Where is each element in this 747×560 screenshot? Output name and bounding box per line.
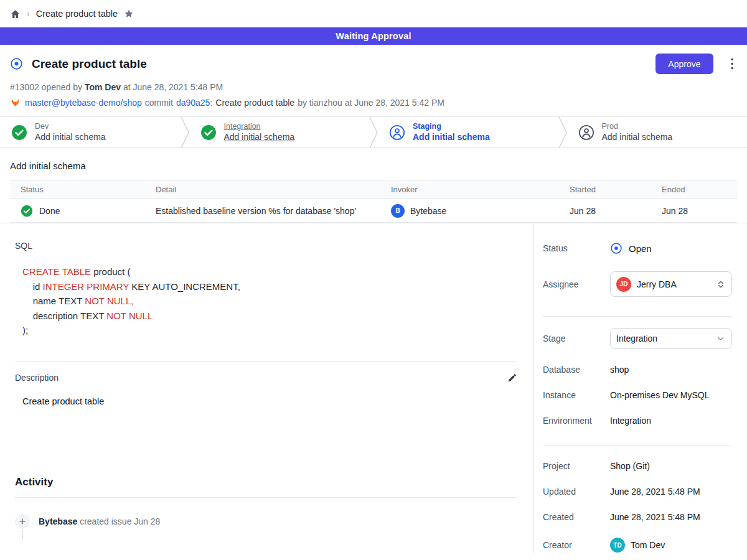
pipeline-stage-bar: DevAdd initial schema IntegrationAdd ini… [0, 116, 747, 148]
task-ended: Jun 28 [662, 206, 737, 216]
issue-header: Create product table Approve #13002 open… [0, 45, 747, 116]
assignee-value: Jerry DBA [637, 279, 711, 289]
stage-task-label: Add initial schema [602, 132, 673, 143]
stage-staging-active[interactable]: StagingAdd initial schema [378, 117, 558, 147]
divider [15, 362, 517, 362]
stage-value: Integration [616, 334, 710, 343]
column-header-invoker: Invoker [391, 185, 570, 194]
created-value: June 28, 2021 5:48 PM [610, 512, 700, 522]
divider [15, 497, 517, 498]
instance-value[interactable]: On-premises Dev MySQL [610, 390, 709, 400]
description-label: Description [15, 373, 507, 383]
selector-chevrons-icon [716, 279, 725, 289]
column-header-status: Status [10, 185, 156, 194]
updated-value: June 28, 2021 5:48 PM [610, 487, 700, 497]
home-icon[interactable] [10, 9, 21, 19]
open-status-icon [610, 242, 622, 254]
check-circle-icon [11, 124, 27, 141]
gitlab-icon [10, 98, 21, 108]
stage-task-label: Add initial schema [413, 132, 490, 143]
status-label: Status [543, 243, 610, 253]
commit-branch-link[interactable]: master@bytebase-demo/shop [25, 98, 142, 108]
issue-meta-prefix: #13002 opened by [10, 82, 82, 92]
sql-label: SQL [15, 241, 517, 251]
commit-suffix: by tianzhou at June 28, 2021 5:42 PM [298, 98, 444, 108]
avatar: JD [616, 277, 631, 292]
stage-env-label: Staging [413, 122, 490, 132]
stage-integration[interactable]: IntegrationAdd initial schema [189, 117, 370, 147]
commit-word: commit [145, 98, 173, 108]
assignee-select[interactable]: JD Jerry DBA [610, 271, 732, 297]
stage-prod[interactable]: ProdAdd initial schema [567, 117, 747, 147]
stage-env-label: Dev [35, 122, 106, 132]
activity-action: created issue [80, 516, 131, 526]
sql-keyword: NOT NULL, [85, 296, 133, 306]
column-header-detail: Detail [156, 185, 391, 194]
person-circle-icon [389, 124, 405, 141]
page-title: Create product table [32, 57, 147, 71]
commit-row: master@bytebase-demo/shopcommitda90a25:C… [10, 98, 737, 108]
description-content: Create product table [22, 396, 517, 406]
commit-hash-link[interactable]: da90a25 [176, 98, 210, 108]
database-label: Database [543, 365, 610, 375]
commit-message: Create product table [215, 98, 294, 108]
stage-select[interactable]: Integration [610, 328, 732, 349]
approve-button[interactable]: Approve [655, 54, 713, 74]
project-value[interactable]: Shop (Git) [610, 461, 650, 471]
kebab-menu-icon[interactable] [731, 58, 734, 70]
status-banner-text: Waiting Approval [336, 31, 411, 41]
task-table-header: Status Detail Invoker Started Ended [10, 180, 737, 199]
task-started: Jun 28 [570, 206, 662, 216]
updated-label: Updated [543, 487, 610, 497]
stage-separator [369, 117, 378, 147]
task-section: Add initial schema Status Detail Invoker… [0, 148, 747, 223]
breadcrumb: › Create product table [0, 0, 747, 27]
edit-pencil-icon[interactable] [507, 373, 517, 383]
avatar: TD [610, 538, 625, 553]
creator-value: TD Tom Dev [610, 538, 665, 553]
stage-dev[interactable]: DevAdd initial schema [0, 117, 181, 147]
task-status: Done [39, 206, 60, 216]
table-row[interactable]: Done Established baseline version %s for… [10, 199, 737, 223]
stage-separator [558, 117, 567, 147]
timeline-connector [22, 530, 23, 541]
check-circle-icon [21, 205, 33, 217]
plus-icon [15, 514, 30, 529]
stage-env-label: Prod [602, 122, 673, 132]
stage-label: Stage [543, 334, 610, 343]
avatar: B [391, 204, 405, 218]
stage-env-label: Integration [224, 122, 295, 132]
issue-open-icon [10, 57, 23, 70]
status-value: Open [610, 242, 652, 254]
created-label: Created [543, 512, 610, 522]
commit-colon: : [210, 98, 212, 108]
chevron-down-icon [716, 334, 725, 343]
activity-heading: Activity [15, 476, 517, 488]
stage-separator [181, 117, 189, 147]
person-circle-icon [578, 124, 594, 141]
stage-task-label: Add initial schema [224, 132, 295, 143]
database-value[interactable]: shop [610, 365, 629, 375]
stage-task-label: Add initial schema [35, 132, 106, 143]
breadcrumb-page-title[interactable]: Create product table [36, 9, 118, 19]
breadcrumb-chevron-icon: › [27, 9, 30, 19]
task-detail: Established baseline version %s for data… [156, 206, 391, 216]
divider [543, 445, 732, 446]
instance-label: Instance [543, 390, 610, 400]
environment-label: Environment [543, 416, 610, 426]
sql-code-block: CREATE TABLE product ( id INTEGER PRIMAR… [22, 264, 517, 338]
column-header-started: Started [570, 185, 662, 194]
environment-value[interactable]: Integration [610, 416, 651, 426]
issue-meta: #13002 opened by Tom Dev at June 28, 202… [10, 82, 737, 92]
assignee-label: Assignee [543, 279, 610, 289]
project-label: Project [543, 461, 610, 471]
issue-sidebar: Status Open Assignee JD Jerry DBA Stage [533, 223, 747, 554]
star-icon[interactable] [124, 9, 134, 19]
issue-meta-suffix: at June 28, 2021 5:48 PM [123, 82, 223, 92]
divider [543, 316, 732, 317]
sql-keyword: NOT NULL [106, 310, 153, 321]
task-invoker: Bytebase [410, 206, 446, 216]
activity-actor: Bytebase [39, 516, 77, 526]
issue-detail-panel: SQL CREATE TABLE product ( id INTEGER PR… [0, 223, 533, 554]
activity-item: Bytebase created issue Jun 28 [15, 514, 517, 529]
